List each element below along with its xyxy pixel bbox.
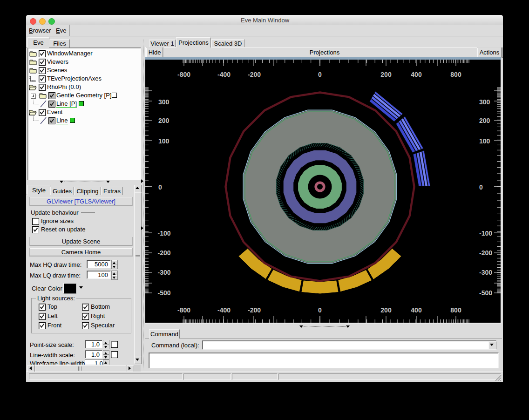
svg-text:-500: -500	[158, 289, 171, 297]
svg-text:100: 100	[158, 137, 170, 145]
svg-text:200: 200	[380, 306, 392, 314]
svg-text:0: 0	[158, 183, 162, 191]
svg-text:-100: -100	[479, 230, 492, 237]
svg-text:-500: -500	[479, 289, 492, 297]
svg-text:200: 200	[380, 71, 392, 78]
svg-text:-300: -300	[479, 269, 492, 276]
svg-text:-800: -800	[177, 71, 190, 78]
svg-text:100: 100	[479, 137, 490, 145]
svg-text:200: 200	[158, 117, 170, 124]
svg-text:400: 400	[411, 71, 422, 78]
svg-text:800: 800	[450, 306, 461, 314]
svg-text:-300: -300	[158, 269, 171, 276]
svg-text:300: 300	[479, 98, 490, 106]
svg-text:0: 0	[479, 183, 483, 191]
svg-text:400: 400	[411, 306, 422, 314]
svg-text:-100: -100	[158, 230, 171, 237]
svg-text:-200: -200	[248, 306, 261, 314]
svg-text:0: 0	[318, 71, 322, 78]
svg-text:0: 0	[318, 306, 322, 314]
svg-text:-400: -400	[217, 306, 231, 314]
svg-text:-800: -800	[177, 306, 190, 314]
svg-text:-400: -400	[217, 71, 231, 78]
svg-text:300: 300	[158, 98, 170, 106]
svg-text:-200: -200	[479, 249, 492, 257]
svg-text:200: 200	[479, 117, 490, 124]
svg-text:800: 800	[450, 71, 461, 78]
svg-text:-200: -200	[248, 71, 261, 78]
svg-text:-200: -200	[158, 249, 171, 257]
